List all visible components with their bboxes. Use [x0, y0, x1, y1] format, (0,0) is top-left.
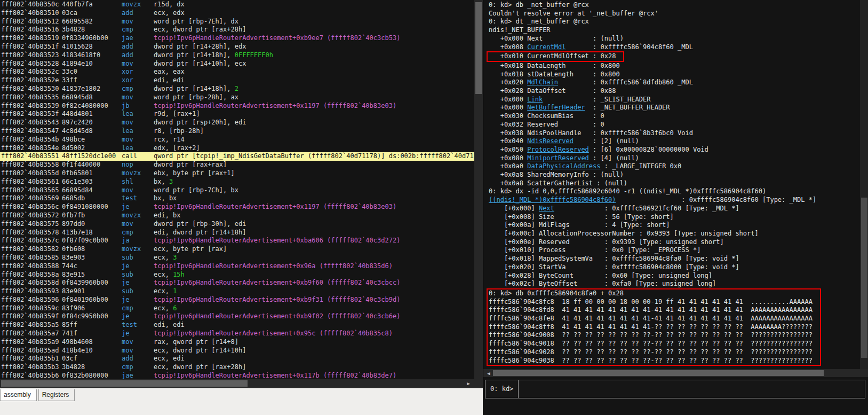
dml-link[interactable]: ProtocolReserved	[527, 146, 589, 153]
disasm-line[interactable]: fff802`40b8350c440fb7famovzxr15d, dx	[0, 1, 474, 9]
command-input[interactable]	[519, 380, 865, 398]
dml-link[interactable]: NetBufferHeader	[527, 104, 585, 111]
disasm-line[interactable]: fff802`40b8352341834618f0adddword ptr [r…	[0, 51, 474, 60]
disasm-line[interactable]: fff802`40b8356c0f8491080000jetcpip!Ipv6p…	[0, 203, 474, 212]
horizontal-scrollbar-thumb[interactable]	[1, 380, 248, 387]
disasm-address: fff802`40b83543	[0, 119, 62, 127]
console-line: +0x050 ProtocolReserved : [6] 0x00000828…	[489, 146, 860, 154]
disasm-line[interactable]: fff802`40b835696685dbtestbx, bx	[0, 194, 474, 203]
console-line: +0x028 DataOffset : 0x88	[489, 87, 860, 96]
dml-link[interactable]: Link	[527, 96, 543, 103]
dml-link[interactable]: Next	[539, 205, 554, 212]
dml-link[interactable]: DataPhysicalAddress	[527, 162, 600, 170]
disasm-operands: edi, bx	[154, 212, 474, 220]
console-line: [+0x000] Next : 0xffffc586921fcf60 [Type…	[489, 205, 860, 213]
disasm-line[interactable]: fff802`40b835a9498b4608movrax, qword ptr…	[0, 338, 474, 347]
disasm-line[interactable]: fff802`40b835474c8d45d8lear8, [rbp-28h]	[0, 127, 474, 136]
disasm-line[interactable]: fff802`40b8352c33c0xoreax, eax	[0, 68, 474, 76]
disasm-line[interactable]: fff802`40b8355d0fb65801movzxebx, byte pt…	[0, 169, 474, 178]
disasm-current-line[interactable]: fff802`40b8355148ff1520dc1e00callqword p…	[0, 152, 474, 161]
dml-link[interactable]: ((ndis!_MDL *)0xffffc586904c8f60)	[489, 196, 616, 203]
disassembly-view[interactable]: fff802`40b8350c440fb7famovzxr15d, dxfff8…	[0, 0, 474, 379]
disasm-line[interactable]: fff802`40b8353f448d4801lear9d, [rax+1]	[0, 110, 474, 119]
disasm-line[interactable]: fff802`40b8351003caaddecx, edx	[0, 9, 474, 18]
disasm-line[interactable]: fff802`40b835190f8334960b00jaetcpip!Ipv6…	[0, 34, 474, 43]
disasm-line[interactable]: fff802`40b83575897dd0movdword ptr [rbp-3…	[0, 220, 474, 229]
disasm-address: fff802`40b8356c	[0, 203, 62, 212]
disasm-line[interactable]: fff802`40b8359f0f84c9950b00jetcpip!Ipv6p…	[0, 312, 474, 321]
dml-link[interactable]: NdisReserved	[527, 137, 574, 145]
dml-link[interactable]: MiniportReserved	[527, 154, 589, 162]
console-line: ffffc586`904c9008 ?? ?? ?? ?? ?? ?? ?? ?…	[489, 331, 813, 340]
disasm-line[interactable]: fff802`40b835a585fftestedi, edi	[0, 321, 474, 330]
disasm-line[interactable]: fff802`40b8353041837e1802cmpdword ptr [r…	[0, 85, 474, 93]
disasm-line[interactable]: fff802`40b8359383e901subecx, 1	[0, 287, 474, 296]
console-line: ffffc586`904c9038 ?? ?? ?? ?? ?? ?? ?? ?…	[489, 357, 813, 365]
disasm-line[interactable]: fff802`40b835ad418b4e10movecx, dword ptr…	[0, 347, 474, 355]
disasm-line[interactable]: fff802`40b8357c0f87f09c0b00jatcpip!Ipv6p…	[0, 237, 474, 245]
scroll-left-arrow-icon[interactable]: ◀	[484, 369, 493, 378]
tab-disassembly[interactable]: assembly	[0, 389, 37, 401]
disasm-line[interactable]: fff802`40b83588744cjetcpip!Ipv6pHandleRo…	[0, 262, 474, 271]
disasm-address: fff802`40b83558	[0, 161, 62, 169]
disasm-line[interactable]: fff802`40b8356166c1e303shlbx, 3	[0, 178, 474, 186]
disasm-line[interactable]: fff802`40b8358583e903subecx, 3	[0, 254, 474, 262]
disasm-line[interactable]: fff802`40b835720fb7fbmovzxedi, bx	[0, 212, 474, 220]
scroll-right-arrow-icon[interactable]: ▶	[464, 379, 473, 388]
disasm-line[interactable]: fff802`40b835a7741fjetcpip!Ipv6pHandleRo…	[0, 330, 474, 338]
disasm-mnemonic: movzx	[122, 245, 154, 254]
disasm-operands: tcpip!Ipv6pHandleRouterAdvertisement+0x9…	[154, 262, 474, 271]
disasm-mnemonic: je	[122, 279, 154, 287]
disasm-line[interactable]: fff802`40b835580f1f440000nopdword ptr [r…	[0, 161, 474, 169]
console-line: +0x018 DataLength : 0x800	[489, 62, 860, 71]
disasm-line[interactable]: fff802`40b8352841894e10movdword ptr [r14…	[0, 60, 474, 68]
disasm-line[interactable]: fff802`40b8356566895d84movword ptr [rbp-…	[0, 186, 474, 195]
dml-link[interactable]: MdlChain	[527, 79, 558, 86]
disasm-line[interactable]: fff802`40b8351266895582movword ptr [rbp-…	[0, 18, 474, 26]
disasm-opcode-bytes: 418b4e10	[62, 347, 122, 355]
disasm-address: fff802`40b835a5	[0, 321, 62, 330]
console-line: [+0x00c] AllocationProcessorNumber : 0x9…	[489, 230, 860, 238]
disasm-line[interactable]: fff802`40b835390f82c4080000jbtcpip!Ipv6p…	[0, 102, 474, 111]
disasm-mnemonic: nop	[122, 161, 154, 169]
disassembly-vertical-scrollbar[interactable]	[474, 0, 483, 379]
horizontal-scrollbar-thumb[interactable]	[493, 370, 824, 376]
disasm-line[interactable]: fff802`40b8358a83e915subecx, 15h	[0, 271, 474, 279]
command-output[interactable]: 0: kd> db _net_buffer @rcxCouldn't resol…	[483, 0, 860, 369]
disasm-line[interactable]: fff802`40b835b60f832b080000jaetcpip!Ipv6…	[0, 372, 474, 379]
disasm-operands: ecx, byte ptr [rax]	[154, 245, 474, 254]
tab-registers[interactable]: Registers	[38, 389, 75, 401]
disasm-line[interactable]: fff802`40b835960f8401960b00jetcpip!Ipv6p…	[0, 296, 474, 304]
disasm-line[interactable]: fff802`40b8351f41015628adddword ptr [r14…	[0, 43, 474, 51]
console-line: ffffc586`904c8fe8 41 41 41 41 41 41 41 4…	[489, 315, 813, 323]
disasm-operands: rcx, r14	[154, 136, 474, 144]
disasm-line[interactable]: fff802`40b8354b498bcemovrcx, r14	[0, 136, 474, 144]
disasm-address: fff802`40b83535	[0, 93, 62, 102]
command-horizontal-scrollbar[interactable]: ◀	[483, 369, 868, 377]
disasm-address: fff802`40b83547	[0, 127, 62, 136]
vertical-scrollbar-thumb[interactable]	[861, 198, 867, 358]
disasm-address: fff802`40b83539	[0, 102, 62, 111]
disasm-line[interactable]: fff802`40b835163b4828cmpecx, dword ptr […	[0, 26, 474, 34]
disasm-line[interactable]: fff802`40b835820fb608movzxecx, byte ptr …	[0, 245, 474, 254]
disasm-line[interactable]: fff802`40b835b103cfaddecx, edi	[0, 355, 474, 363]
disasm-line[interactable]: fff802`40b8354e8d5002leaedx, [rax+2]	[0, 144, 474, 153]
disasm-line[interactable]: fff802`40b8358d0f8439960b00jetcpip!Ipv6p…	[0, 279, 474, 287]
vertical-scrollbar-thumb[interactable]	[475, 2, 482, 94]
disasm-operands: ecx, 6	[154, 304, 474, 313]
disasm-opcode-bytes: 41015628	[62, 43, 122, 51]
kd-prompt-label: 0: kd>	[485, 380, 519, 398]
disasm-line[interactable]: fff802`40b83535668945d8movword ptr [rbp-…	[0, 93, 474, 102]
disasm-address: fff802`40b8355d	[0, 169, 62, 178]
disasm-address: fff802`40b83572	[0, 212, 62, 220]
disassembly-horizontal-scrollbar[interactable]: ▶	[0, 379, 483, 388]
dml-link[interactable]: CurrentMdl	[527, 43, 566, 51]
command-vertical-scrollbar[interactable]	[860, 0, 868, 369]
disasm-line[interactable]: fff802`40b83578413b7e18cmpedi, dword ptr…	[0, 229, 474, 237]
disasm-line[interactable]: fff802`40b835b33b4828cmpecx, dword ptr […	[0, 363, 474, 372]
disasm-opcode-bytes: 6685db	[62, 194, 122, 203]
disasm-line[interactable]: fff802`40b8352e33ffxoredi, edi	[0, 76, 474, 85]
console-line: [+0x00e] Reserved : 0x9393 [Type: unsign…	[489, 238, 860, 247]
disasm-line[interactable]: fff802`40b83543897c2420movdword ptr [rsp…	[0, 119, 474, 127]
disasm-line[interactable]: fff802`40b8359c83f906cmpecx, 6	[0, 304, 474, 313]
